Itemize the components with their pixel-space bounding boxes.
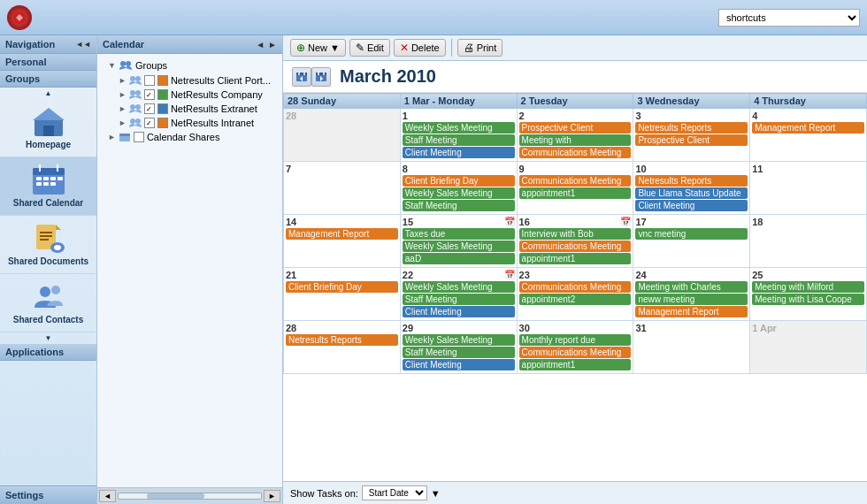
cal-event[interactable]: vnc meeting [635,228,748,240]
edit-button[interactable]: ✎ Edit [349,39,390,57]
cal-nav-next[interactable] [311,67,331,87]
scroll-right-btn[interactable]: ► [264,490,280,502]
table-row[interactable]: 7 [284,162,401,215]
cal-event[interactable]: Weekly Sales Meeting [403,334,515,346]
cal-nav-prev[interactable] [292,67,311,87]
table-row[interactable]: 11 [750,162,867,215]
table-row[interactable]: 24Meeting with Charlesneww meetingManage… [633,268,750,321]
table-row[interactable]: 25Meeting with MilfordMeeting with Lisa … [750,268,867,321]
tree-item-0[interactable]: ► Netresults Client Port... [101,73,279,88]
table-row[interactable]: 9Communications Meetingappointment1 [517,162,633,215]
cal-event[interactable]: Weekly Sales Meeting [403,187,515,199]
new-dropdown-arrow[interactable]: ▼ [330,42,340,53]
cal-event[interactable]: Client Briefing Day [403,175,515,187]
tree-item-2[interactable]: ► ✓ NetResults Extranet [101,102,279,116]
tree-groups-root[interactable]: ▼ Groups [101,57,279,73]
check-3[interactable]: ✓ [144,118,155,128]
cal-event[interactable]: appointment1 [519,253,632,264]
cal-event[interactable]: Management Report [286,228,398,240]
nav-collapse-btn[interactable]: ◄◄ [75,40,91,49]
cal-event[interactable]: aaD [403,253,515,264]
table-row[interactable]: 15📅Taxes dueWeekly Sales MeetingaaD [400,215,517,268]
table-row[interactable]: 30Monthly report dueCommunications Meeti… [517,321,633,374]
cal-event[interactable]: Communications Meeting [519,175,632,187]
cal-event[interactable]: Netresults Reports [286,334,398,346]
table-row[interactable]: 28 [284,109,401,162]
cal-event[interactable]: Staff Meeting [403,134,515,146]
table-row[interactable]: 2Prospective ClientMeeting withCommunica… [517,109,633,162]
cal-event[interactable]: Communications Meeting [519,281,632,293]
cal-event[interactable]: Netresults Reports [635,122,748,134]
table-row[interactable]: 4Management Report [750,109,867,162]
cal-event[interactable]: appointment2 [519,294,632,305]
delete-button[interactable]: ✕ Delete [394,39,446,57]
cal-tree-prev-btn[interactable]: ◄ [256,40,265,50]
sidebar-item-shared-documents[interactable]: Shared Documents [0,216,96,274]
table-row[interactable]: 29Weekly Sales MeetingStaff MeetingClien… [400,321,517,374]
cal-event[interactable]: Staff Meeting [403,294,515,305]
cal-event[interactable]: Staff Meeting [403,347,515,358]
sidebar-item-shared-contacts[interactable]: Shared Contacts [0,274,96,332]
new-button[interactable]: ⊕ New ▼ [290,39,346,57]
cal-event[interactable]: Communications Meeting [519,147,632,158]
tree-item-1[interactable]: ► ✓ NetResults Company [101,88,279,102]
table-row[interactable]: 21Client Briefing Day [284,268,401,321]
sidebar-item-shared-calendar[interactable]: Shared Calendar [0,157,96,216]
cal-event[interactable]: appointment1 [519,359,632,370]
settings-bar[interactable]: Settings [0,485,96,504]
cal-event[interactable]: Meeting with Milford [752,281,864,293]
scroll-track[interactable] [118,493,262,500]
check-1[interactable]: ✓ [144,89,155,100]
cal-grid[interactable]: 28 Sunday 1 Mar - Monday 2 Tuesday 3 Wed… [283,93,867,481]
table-row[interactable]: 16📅Interview with BobCommunications Meet… [517,215,633,268]
table-row[interactable]: 1 Apr [750,321,867,374]
shortcuts-select[interactable]: shortcutsCalendarDocumentsContacts [718,9,860,27]
table-row[interactable]: 3Netresults ReportsProspective Client [633,109,750,162]
cal-event[interactable]: Staff Meeting [403,200,515,211]
cal-event[interactable]: Interview with Bob [519,228,632,240]
table-row[interactable]: 1Weekly Sales MeetingStaff MeetingClient… [400,109,517,162]
groups-section[interactable]: Groups [0,71,96,88]
check-4[interactable] [134,132,144,142]
cal-event[interactable]: Client Meeting [635,200,748,211]
sidebar-down-arrow[interactable]: ▼ [45,334,52,342]
cal-event[interactable]: neww meeting [635,294,748,305]
cal-tree-next-btn[interactable]: ► [268,40,277,50]
table-row[interactable]: 10Netresults ReportsBlue Llama Status Up… [633,162,750,215]
cal-event[interactable]: Management Report [635,306,748,317]
cal-event[interactable]: Meeting with Charles [635,281,748,293]
cal-event[interactable]: appointment1 [519,187,632,199]
cal-event[interactable]: Netresults Reports [635,175,748,187]
cal-event[interactable]: Blue Llama Status Update [635,187,748,199]
cal-event[interactable]: Client Briefing Day [286,281,398,293]
sidebar-up-arrow[interactable]: ▲ [45,89,52,97]
tree-item-3[interactable]: ► ✓ NetResults Intranet [101,116,279,130]
table-row[interactable]: 31 [633,321,750,374]
shortcuts-dropdown[interactable]: shortcutsCalendarDocumentsContacts [718,9,860,27]
cal-event[interactable]: Prospective Client [519,122,632,134]
cal-event[interactable]: Meeting with [519,134,632,146]
sidebar-item-homepage[interactable]: Homepage [0,99,96,157]
table-row[interactable]: 23Communications Meetingappointment2 [517,268,633,321]
applications-section[interactable]: Applications [0,344,96,361]
cal-event[interactable]: Communications Meeting [519,347,632,358]
cal-event[interactable]: Weekly Sales Meeting [403,241,515,252]
table-row[interactable]: 22📅Weekly Sales MeetingStaff MeetingClie… [400,268,517,321]
scroll-left-btn[interactable]: ◄ [99,490,116,502]
table-row[interactable]: 17vnc meeting [633,215,750,268]
check-2[interactable]: ✓ [144,103,155,114]
tree-item-4[interactable]: ► Calendar Shares [101,130,279,144]
cal-event[interactable]: Client Meeting [403,147,515,158]
check-0[interactable] [144,75,155,86]
cal-event[interactable]: Weekly Sales Meeting [403,281,515,293]
cal-event[interactable]: Weekly Sales Meeting [403,122,515,134]
table-row[interactable]: 18 [750,215,867,268]
cal-event[interactable]: Prospective Client [635,134,748,146]
cal-event[interactable]: Monthly report due [519,334,632,346]
personal-section[interactable]: Personal [0,54,96,71]
table-row[interactable]: 14Management Report [284,215,401,268]
cal-event[interactable]: Communications Meeting [519,241,632,252]
cal-event[interactable]: Management Report [752,122,864,134]
print-button[interactable]: 🖨 Print [457,39,503,57]
cal-event[interactable]: Client Meeting [403,306,515,317]
